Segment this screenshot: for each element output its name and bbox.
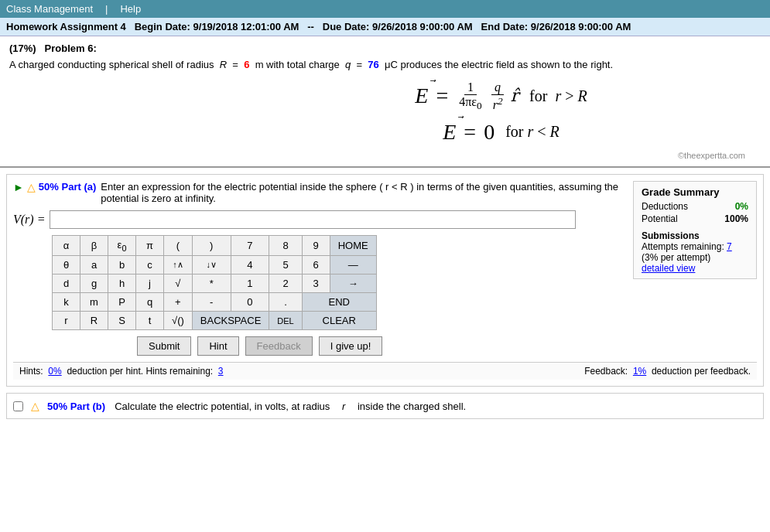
r-eq: =	[232, 59, 238, 70]
attempts-row: Attempts remaining: 7	[642, 241, 748, 252]
key-7[interactable]: 7	[231, 235, 269, 256]
key-end[interactable]: END	[302, 293, 376, 312]
key-pi[interactable]: π	[136, 235, 164, 256]
submissions-section: Submissions Attempts remaining: 7 (3% pe…	[642, 230, 748, 274]
key-backspace[interactable]: BACKSPACE	[192, 312, 269, 330]
key-0[interactable]: 0	[231, 293, 269, 312]
key-clear[interactable]: CLEAR	[302, 312, 376, 330]
key-theta[interactable]: θ	[53, 256, 80, 275]
part-b-section: △ 50% Part (b) Calculate the electric po…	[6, 393, 764, 419]
key-rparen[interactable]: )	[192, 235, 231, 256]
formula-block: E⃗ = 1 4πε0 q r2 r̂ for r > R E⃗ =	[241, 80, 761, 145]
key-m[interactable]: m	[80, 293, 108, 312]
q-eq: =	[356, 59, 362, 70]
key-b[interactable]: b	[108, 256, 136, 275]
key-multiply[interactable]: *	[192, 275, 231, 293]
key-supup[interactable]: ↑∧	[164, 256, 193, 275]
problem-label: Problem 6:	[45, 43, 97, 54]
potential-value: 100%	[724, 213, 748, 224]
hints-left: Hints: 0% deduction per hint. Hints rema…	[19, 366, 224, 377]
menu-help[interactable]: Help	[120, 3, 141, 15]
dash: --	[307, 21, 314, 32]
grade-potential-row: Potential 100%	[642, 213, 748, 224]
hint-button[interactable]: Hint	[197, 336, 238, 356]
key-minus[interactable]: -	[192, 293, 231, 312]
key-h[interactable]: h	[108, 275, 136, 293]
key-g[interactable]: g	[80, 275, 108, 293]
end-label: End Date:	[481, 21, 529, 32]
key-5[interactable]: 5	[269, 256, 302, 275]
key-c[interactable]: c	[136, 256, 164, 275]
part-a-warning-icon: △	[27, 181, 36, 193]
key-q[interactable]: q	[136, 293, 164, 312]
part-a-description: Enter an expression for the electric pot…	[101, 181, 625, 204]
key-9[interactable]: 9	[302, 235, 330, 256]
feedback-right: Feedback: 1% deduction per feedback.	[584, 366, 751, 377]
begin-label: Begin Date:	[135, 21, 190, 32]
input-row: V(r) =	[13, 210, 625, 229]
give-up-button[interactable]: I give up!	[319, 336, 383, 356]
text-mid: m with total charge	[255, 59, 340, 70]
key-alpha[interactable]: α	[53, 235, 80, 256]
due-label: Due Date:	[323, 21, 370, 32]
hints-deduction-value: 0%	[48, 366, 61, 377]
key-r[interactable]: r	[53, 312, 80, 330]
key-t[interactable]: t	[136, 312, 164, 330]
key-del[interactable]: DEL	[269, 312, 302, 330]
key-j[interactable]: j	[136, 275, 164, 293]
hints-label: Hints:	[19, 366, 43, 377]
key-lparen[interactable]: (	[164, 235, 193, 256]
attempts-value: 7	[727, 241, 732, 252]
key-a[interactable]: a	[80, 256, 108, 275]
key-1[interactable]: 1	[231, 275, 269, 293]
submit-button[interactable]: Submit	[137, 336, 191, 356]
key-arrow-right[interactable]: →	[330, 275, 376, 293]
deductions-value: 0%	[735, 201, 748, 212]
rate-label: (3% per attempt)	[642, 252, 710, 263]
key-k[interactable]: k	[53, 293, 80, 312]
r-label: R	[220, 59, 227, 70]
problem-title: (17%) Problem 6:	[9, 43, 761, 54]
key-supdown[interactable]: ↓∨	[192, 256, 231, 275]
problem-percent: (17%)	[9, 43, 36, 54]
begin-date: 9/19/2018 12:01:00 AM	[193, 21, 299, 32]
key-S[interactable]: S	[108, 312, 136, 330]
key-home[interactable]: HOME	[330, 235, 376, 256]
potential-label: Potential	[642, 213, 678, 224]
part-a-header: ► △ 50% Part (a) Enter an expression for…	[13, 181, 625, 204]
part-b-checkbox[interactable]	[13, 401, 23, 411]
hints-remaining-value: 3	[218, 366, 224, 377]
feedback-button[interactable]: Feedback	[245, 336, 313, 356]
menubar: Class Management | Help	[0, 0, 770, 18]
grade-deductions-row: Deductions 0%	[642, 201, 748, 212]
key-2[interactable]: 2	[269, 275, 302, 293]
hw-title: Homework Assignment 4	[6, 21, 126, 32]
formula-line-2: E⃗ = 0 for r < R	[241, 120, 761, 145]
key-6[interactable]: 6	[302, 256, 330, 275]
detailed-link[interactable]: detailed view	[642, 263, 748, 274]
vr-input[interactable]	[50, 210, 576, 229]
menu-separator: |	[105, 3, 108, 15]
key-beta[interactable]: β	[80, 235, 108, 256]
menu-class-management[interactable]: Class Management	[6, 3, 93, 15]
feedback-deduction-value: 1%	[633, 366, 646, 377]
key-plus[interactable]: +	[164, 293, 193, 312]
key-3[interactable]: 3	[302, 275, 330, 293]
key-8[interactable]: 8	[269, 235, 302, 256]
key-sqrt-short[interactable]: √	[164, 275, 193, 293]
key-R[interactable]: R	[80, 312, 108, 330]
keyboard-row-2: θ a b c ↑∧ ↓∨ 4 5 6 —	[53, 256, 377, 275]
key-4[interactable]: 4	[231, 256, 269, 275]
key-P[interactable]: P	[108, 293, 136, 312]
key-epsilon0[interactable]: ε0	[108, 235, 136, 256]
keyboard-row-3: d g h j √ * 1 2 3 →	[53, 275, 377, 293]
key-dash[interactable]: —	[330, 256, 376, 275]
key-d[interactable]: d	[53, 275, 80, 293]
key-dot[interactable]: .	[269, 293, 302, 312]
keyboard-row-5: r R S t √() BACKSPACE DEL CLEAR	[53, 312, 377, 330]
symbol-keyboard: α β ε0 π ( ) 7 8 9 HOME θ a b c ↑∧ ↓∨ 4 …	[52, 235, 377, 331]
key-sqrt-paren[interactable]: √()	[164, 312, 193, 330]
part-b-description: Calculate the electric potential, in vol…	[115, 401, 330, 412]
hints-bar: Hints: 0% deduction per hint. Hints rema…	[13, 362, 757, 380]
q-value: 76	[368, 59, 378, 70]
